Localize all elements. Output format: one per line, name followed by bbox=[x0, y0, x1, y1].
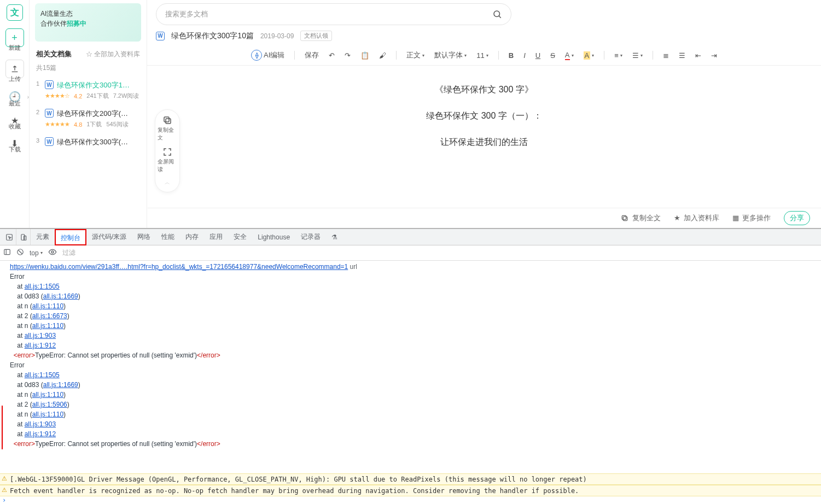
copy-icon bbox=[162, 115, 172, 125]
document-content: 《绿色环保作文 300 字》 绿色环保作文 300 字（一）： 让环保走进我们的… bbox=[147, 66, 821, 166]
share-button[interactable]: 分享 bbox=[784, 211, 810, 225]
download-label: 下载 bbox=[9, 145, 21, 154]
svg-rect-3 bbox=[623, 216, 627, 220]
copy-text-action[interactable]: 复制全文 bbox=[620, 213, 661, 223]
italic-button[interactable]: I bbox=[523, 51, 526, 60]
doc-paragraph: 绿色环保作文 300 字（一）： bbox=[169, 103, 799, 129]
related-doc-item[interactable]: 2W绿色环保作文200字(…★★★★★4.81下载545阅读 bbox=[36, 104, 140, 133]
svg-rect-2 bbox=[164, 117, 169, 122]
related-doc-item[interactable]: 3W绿色环保作文300字(… bbox=[36, 133, 140, 151]
doc-paragraph: 让环保走进我们的生活 bbox=[169, 129, 799, 155]
doc-paragraph: 《绿色环保作文 300 字》 bbox=[169, 77, 799, 103]
fav-label: 收藏 bbox=[9, 122, 21, 131]
format-brush-button[interactable]: 🖌 bbox=[379, 51, 386, 60]
copy-icon bbox=[620, 214, 629, 222]
size-select[interactable]: 11▾ bbox=[476, 51, 488, 60]
strike-button[interactable]: S bbox=[550, 51, 555, 60]
promo-banner[interactable]: AI流量生态 合作伙伴招募中 bbox=[35, 3, 141, 42]
style-select[interactable]: 正文▾ bbox=[406, 50, 424, 60]
related-doc-list: 1W绿色环保作文300字1…★★★★☆4.2241下载7.2W阅读2W绿色环保作… bbox=[30, 76, 147, 151]
upload-label: 上传 bbox=[9, 75, 21, 83]
doc-date: 2019-03-09 bbox=[260, 32, 294, 40]
save-button[interactable]: 保存 bbox=[305, 50, 319, 60]
outdent-button[interactable]: ⇤ bbox=[695, 51, 701, 60]
fullscreen-icon bbox=[162, 147, 172, 157]
related-doc-item[interactable]: 1W绿色环保作文300字1…★★★★☆4.2241下载7.2W阅读 bbox=[36, 76, 140, 104]
ordered-list-button[interactable]: ≣ bbox=[663, 51, 669, 60]
banner-line1: AI流量生态 bbox=[40, 9, 136, 19]
word-icon: W bbox=[156, 32, 165, 40]
fullscreen-button[interactable]: 全屏阅读 bbox=[158, 147, 177, 173]
collapse-button[interactable]: ︿ bbox=[165, 179, 170, 186]
undo-button[interactable]: ↶ bbox=[329, 51, 335, 60]
banner-line2: 合作伙伴 bbox=[40, 20, 67, 27]
bold-button[interactable]: B bbox=[509, 51, 514, 60]
ai-icon: ⟠ bbox=[251, 50, 262, 61]
search-input[interactable]: 搜索更多文档 bbox=[156, 3, 511, 25]
app-logo[interactable]: 文 bbox=[7, 4, 23, 21]
related-title: 相关文档集 bbox=[36, 49, 72, 59]
recent-label: 最近 bbox=[9, 99, 21, 108]
more-actions[interactable]: ▦ 更多操作 bbox=[732, 213, 771, 223]
left-nav: 文 + 新建 上传 🕘 最近 › ★ 收藏 ⬇ 下载 bbox=[0, 0, 30, 228]
upload-icon bbox=[10, 65, 19, 73]
indent-button[interactable]: ⇥ bbox=[711, 51, 717, 60]
svg-point-0 bbox=[494, 11, 500, 17]
side-panel: AI流量生态 合作伙伴招募中 相关文档集 ☆ 全部加入资料库 共15篇 1W绿色… bbox=[30, 0, 147, 228]
banner-highlight: 招募中 bbox=[67, 20, 86, 27]
copy-fulltext-button[interactable]: 复制全文 bbox=[158, 115, 177, 142]
unordered-list-button[interactable]: ☰ bbox=[679, 51, 685, 60]
align-button[interactable]: ≡▾ bbox=[614, 51, 622, 60]
line-height-button[interactable]: ☰▾ bbox=[632, 51, 643, 60]
svg-rect-1 bbox=[166, 119, 171, 124]
doc-title: 绿色环保作文300字10篇 bbox=[171, 31, 254, 41]
float-tools: 复制全文 全屏阅读 ︿ bbox=[155, 109, 180, 192]
svg-rect-4 bbox=[622, 215, 626, 219]
add-library-action[interactable]: ★加入资料库 bbox=[674, 213, 719, 223]
claim-badge[interactable]: 文档认领 bbox=[300, 31, 332, 41]
action-bar: 复制全文 ★加入资料库 ▦ 更多操作 分享 bbox=[148, 208, 821, 227]
search-icon bbox=[492, 9, 502, 19]
text-color-button[interactable]: A▾ bbox=[565, 51, 574, 60]
underline-button[interactable]: U bbox=[535, 51, 540, 60]
main-area: 搜索更多文档 W 绿色环保作文300字10篇 2019-03-09 文档认领 ⟠… bbox=[147, 0, 821, 228]
clipboard-button[interactable]: 📋 bbox=[360, 51, 369, 60]
highlight-button[interactable]: A▾ bbox=[584, 51, 595, 60]
chevron-right-icon: › bbox=[27, 94, 29, 100]
ai-edit-button[interactable]: ⟠AI编辑 bbox=[251, 50, 284, 61]
add-all-button[interactable]: ☆ 全部加入资料库 bbox=[86, 50, 140, 59]
search-placeholder: 搜索更多文档 bbox=[165, 9, 208, 19]
font-select[interactable]: 默认字体▾ bbox=[434, 50, 467, 60]
editor-toolbar: ⟠AI编辑 保存 ↶ ↷ 📋 🖌 正文▾ 默认字体▾ 11▾ B I U S A… bbox=[147, 46, 821, 66]
new-label: 新建 bbox=[9, 44, 21, 52]
redo-button[interactable]: ↷ bbox=[345, 51, 351, 60]
doc-count: 共15篇 bbox=[30, 63, 147, 76]
